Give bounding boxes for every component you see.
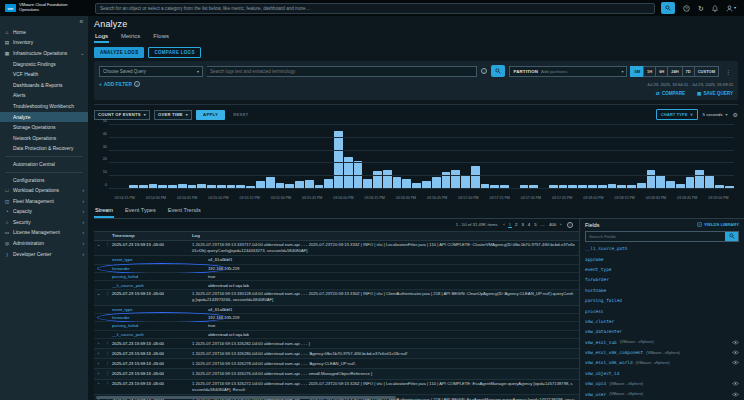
pagination-page-400[interactable]: 400 — [548, 222, 556, 227]
stream-tab-stream[interactable]: Stream — [94, 205, 114, 218]
sidebar-item-network-operations[interactable]: Network Operations — [0, 133, 88, 144]
chart-bar[interactable] — [334, 131, 343, 189]
field-item-hostname[interactable]: hostname — [585, 285, 739, 295]
visibility-eye-icon[interactable] — [732, 350, 739, 355]
field-item-vmw_datacenter[interactable]: vmw_datacenter — [585, 327, 739, 337]
sidebar-item-storage-operations[interactable]: Storage Operations — [0, 122, 88, 133]
pagination-page-1[interactable]: 1 — [508, 222, 511, 228]
expand-row-icon[interactable]: › — [94, 351, 103, 357]
row-actions-icon[interactable]: ⋮ — [103, 242, 112, 254]
column-header-timestamp[interactable]: Timestamp — [112, 233, 192, 238]
fields-search-field[interactable] — [585, 231, 739, 242]
column-header-log[interactable]: Log — [192, 233, 579, 238]
sidebar-item-capacity[interactable]: ◔Capacity› — [0, 207, 88, 218]
chart-bar[interactable] — [695, 170, 704, 189]
tab-logs[interactable]: Logs — [94, 31, 109, 43]
field-key[interactable]: __li_source_path — [112, 332, 208, 337]
field-item-vmw_user[interactable]: vmw_user(VMware - vSphere) — [585, 389, 739, 399]
global-search-input[interactable] — [100, 6, 650, 11]
expand-row-icon[interactable]: › — [94, 371, 103, 377]
row-actions-icon[interactable]: ⋮ — [103, 371, 112, 377]
sidebar-item-inventory[interactable]: ▤Inventory — [0, 38, 88, 49]
sidebar-item-alerts[interactable]: Alerts — [0, 91, 88, 102]
saved-query-select[interactable]: Choose Saved Query ▾ — [99, 66, 203, 77]
sidebar-item-data-protection-recovery[interactable]: Data Protection & Recovery — [0, 144, 88, 155]
pagination-next[interactable]: › — [560, 222, 562, 227]
info-icon[interactable]: i — [567, 222, 573, 228]
chart-type-button[interactable]: CHART TYPE ▾ — [656, 109, 698, 120]
collapse-row-icon[interactable]: ⌄ — [94, 291, 103, 303]
log-row[interactable]: ›⋮2025-07-23 15:59:13 -05:001 2025-07-23… — [94, 339, 579, 349]
compare-button[interactable]: ⇄ COMPARE — [656, 91, 685, 96]
log-search-input[interactable] — [210, 69, 473, 74]
sidebar-item-analyze[interactable]: Analyze — [0, 112, 88, 123]
field-item-parsing_failed[interactable]: parsing_failed — [585, 295, 739, 305]
time-range-custom-button[interactable]: CUSTOM — [694, 66, 719, 77]
field-item-forwarder[interactable]: forwarder — [585, 275, 739, 285]
sidebar-item-diagnostic-findings[interactable]: Diagnostic Findings — [0, 59, 88, 70]
field-item-__li_source_path[interactable]: __li_source_path — [585, 244, 739, 254]
sidebar-item-infrastructure-operations[interactable]: ▦Infrastructure Operations⌄ — [0, 48, 88, 59]
field-key[interactable]: parsing_failed — [112, 274, 208, 279]
stream-tab-event-types[interactable]: Event Types — [124, 205, 157, 218]
sidebar-collapse-icon[interactable]: « — [0, 17, 88, 27]
field-item-appname[interactable]: appname — [585, 254, 739, 264]
sidebar-item-troubleshooting-workbench[interactable]: Troubleshooting Workbench — [0, 101, 88, 112]
log-row[interactable]: ›⋮2025-07-23 15:59:13 -05:001 2025-07-23… — [94, 380, 579, 396]
sidebar-item-license-management[interactable]: ▭License Management› — [0, 228, 88, 239]
pagination-prev[interactable]: ‹ — [503, 222, 505, 227]
interval-select[interactable]: 5 seconds ▾ — [703, 112, 728, 117]
horizontal-scrollbar[interactable] — [96, 396, 396, 399]
sidebar-item-administration[interactable]: ◎Administration› — [0, 238, 88, 249]
field-item-vmw_esxi_vmk_world[interactable]: vmw_esxi_vmk_world(VMware - vSphere) — [585, 358, 739, 368]
field-key[interactable]: forwarder — [112, 315, 208, 320]
refresh-icon[interactable]: ↻ — [698, 5, 704, 12]
more-options-kebab-icon[interactable]: ⋮ — [723, 68, 733, 75]
sidebar-item-dashboards-reports[interactable]: Dashboards & Reports — [0, 80, 88, 91]
sidebar-item-home[interactable]: ⌂Home — [0, 27, 88, 38]
search-button[interactable] — [661, 2, 675, 14]
log-row[interactable]: ⌄⋮2025-07-23 15:59:13 -05:001 2025-07-23… — [94, 241, 579, 257]
visibility-eye-icon[interactable] — [732, 340, 739, 345]
pagination-page-5[interactable]: 5 — [534, 222, 537, 227]
visibility-eye-icon[interactable] — [732, 360, 739, 365]
global-search[interactable] — [95, 3, 655, 14]
fields-library-button[interactable]: FIELDS LIBRARY — [697, 222, 739, 227]
collapse-row-icon[interactable]: ⌄ — [94, 242, 103, 254]
over-time-select[interactable]: OVER TIME ▾ — [154, 110, 192, 120]
field-key[interactable]: forwarder — [112, 266, 208, 271]
expand-row-icon[interactable]: › — [94, 361, 103, 367]
apply-button[interactable]: APPLY — [196, 110, 225, 120]
sidebar-item-automation-central[interactable]: Automation Central — [0, 159, 88, 170]
row-actions-icon[interactable]: ⋮ — [103, 381, 112, 393]
compare-logs-button[interactable]: COMPARE LOGS — [148, 47, 200, 58]
row-actions-icon[interactable]: ⋮ — [103, 361, 112, 367]
sidebar-item-developer-center[interactable]: 〉Developer Center› — [0, 249, 88, 260]
field-item-event_type[interactable]: event_type — [585, 264, 739, 274]
field-key[interactable]: parsing_failed — [112, 323, 208, 328]
visibility-eye-icon[interactable] — [732, 392, 739, 397]
field-key[interactable]: event_type — [112, 257, 208, 262]
field-item-process[interactable]: process — [585, 306, 739, 316]
stream-tab-event-trends[interactable]: Event Trends — [167, 205, 202, 218]
run-query-button[interactable] — [491, 65, 505, 77]
chart-bar[interactable] — [373, 171, 382, 189]
field-item-vmw_esxi_sub[interactable]: vmw_esxi_sub(VMware - vSphere) — [585, 337, 739, 347]
info-icon[interactable]: i — [481, 68, 487, 74]
row-actions-icon[interactable]: ⋮ — [103, 351, 112, 357]
chart-bar[interactable] — [656, 175, 665, 189]
pagination-page-2[interactable]: 2 — [515, 222, 518, 227]
log-row[interactable]: ›⋮2025-07-23 15:59:13 -05:001 2025-07-23… — [94, 359, 579, 369]
field-key[interactable]: __li_source_path — [112, 283, 208, 288]
log-row[interactable]: ›⋮2025-07-23 15:59:13 -05:001 2025-07-23… — [94, 349, 579, 359]
chart-bar[interactable] — [383, 170, 392, 189]
field-item-vmw_cluster[interactable]: vmw_cluster — [585, 316, 739, 326]
tab-metrics[interactable]: Metrics — [120, 31, 141, 43]
help-icon[interactable]: ? — [683, 5, 690, 12]
sidebar-item-vcf-health[interactable]: VCF Health — [0, 69, 88, 80]
tab-flows[interactable]: Flows — [152, 31, 170, 43]
pagination-page-3[interactable]: 3 — [521, 222, 524, 227]
reset-button[interactable]: RESET — [229, 110, 252, 119]
sidebar-item-fleet-management[interactable]: ◫Fleet Management› — [0, 196, 88, 207]
chart-bar[interactable] — [471, 166, 480, 189]
